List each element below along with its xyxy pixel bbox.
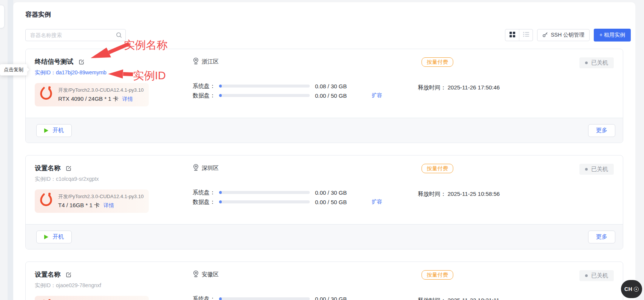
sidebar-collapsed-handle[interactable]: [0, 5, 5, 28]
instance-card: 设置名称 实例ID：ojaoe029-78engnxf: [25, 262, 623, 300]
image-spec: 开发/PyTorch2.3.0-CUDA12.4.1-py3.10 RTX 40…: [35, 83, 149, 106]
view-toggle: [505, 29, 533, 41]
status-badge: 已关机: [579, 270, 614, 281]
rent-instance-button[interactable]: + 租用实例: [594, 29, 631, 42]
data-disk-bar: [219, 94, 310, 97]
annotation-instance-name: 实例名称: [124, 38, 168, 53]
search-icon[interactable]: [116, 32, 122, 38]
gpu-spec: RTX 4090 / 24GB * 1 卡: [58, 95, 119, 103]
instance-id[interactable]: 实例ID：da17bj20-89wemymb: [35, 69, 193, 76]
system-disk-usage: 0.00 / 30 GB: [315, 296, 356, 300]
gpu-spec: T4 / 16GB * 1 卡: [58, 202, 100, 209]
status-badge: 已关机: [579, 164, 614, 175]
expand-disk-link[interactable]: 扩容: [372, 92, 382, 99]
more-button[interactable]: 更多: [588, 124, 615, 137]
edit-name-icon[interactable]: [79, 59, 85, 65]
system-disk-bar: [219, 297, 310, 300]
detail-link[interactable]: 详情: [122, 96, 133, 103]
sidebar-rail: [8, 0, 13, 300]
more-button[interactable]: 更多: [588, 231, 615, 243]
grid-view-button[interactable]: [505, 29, 519, 41]
page-title: 容器实例: [25, 10, 623, 19]
image-spec: 开发/PyTorch2.3.0-CUDA12.4.1-py3.10: [35, 296, 149, 300]
location-pin-icon: [193, 270, 199, 278]
billing-badge: 按量付费: [422, 164, 453, 173]
region: 深圳区: [202, 165, 219, 172]
system-disk-bar: [219, 85, 310, 88]
instance-id[interactable]: 实例ID：ojaoe029-78engnxf: [35, 282, 193, 289]
system-disk-bar: [219, 191, 310, 194]
pytorch-icon: [39, 298, 53, 300]
image-name: 开发/PyTorch2.3.0-CUDA12.4.1-py3.10: [58, 193, 144, 200]
main-panel: 容器实例: [13, 2, 635, 300]
chat-bubble-icon[interactable]: CH ♥: [621, 280, 642, 298]
key-icon: [542, 32, 548, 38]
location-pin-icon: [193, 57, 199, 66]
list-view-button[interactable]: [519, 29, 533, 41]
data-disk-usage: 0.00 / 50 GB: [315, 92, 356, 99]
expand-disk-link[interactable]: 扩容: [372, 198, 382, 205]
pytorch-icon: [39, 85, 53, 104]
image-name: 开发/PyTorch2.3.0-CUDA12.4.1-py3.10: [58, 87, 144, 94]
image-spec: 开发/PyTorch2.3.0-CUDA12.4.1-py3.10 T4 / 1…: [35, 189, 149, 213]
search-input[interactable]: [25, 29, 126, 41]
power-on-button[interactable]: 开机: [36, 231, 72, 243]
pytorch-icon: [39, 192, 53, 211]
release-time: 释放时间：2025-11-22 18:21:11: [418, 297, 614, 300]
region: 浙江区: [202, 58, 219, 65]
billing-badge: 按量付费: [422, 270, 453, 280]
grid-view-icon: [510, 32, 515, 39]
release-time: 释放时间：2025-11-26 17:50:46: [418, 84, 614, 91]
system-disk-usage: 0.00 / 30 GB: [315, 189, 356, 196]
instance-id[interactable]: 实例ID：c1olcqa9-sr2xgptx: [35, 176, 193, 182]
heart-icon: ♥: [634, 287, 639, 292]
instance-name: 设置名称: [35, 270, 60, 279]
play-icon: [44, 128, 48, 133]
instance-name: 终结信号测试: [35, 57, 73, 66]
status-badge: 已关机: [579, 57, 614, 68]
ssh-key-manage-button[interactable]: SSH 公钥管理: [537, 29, 590, 41]
power-on-button[interactable]: 开机: [36, 124, 72, 137]
data-disk-usage: 0.00 / 50 GB: [315, 199, 356, 205]
play-icon: [44, 235, 48, 239]
system-disk-usage: 0.08 / 30 GB: [315, 83, 356, 89]
billing-badge: 按量付费: [422, 57, 453, 67]
edit-name-icon[interactable]: [66, 165, 72, 171]
instance-card: 终结信号测试 实例ID：da17bj20-89wemymb: [25, 49, 623, 143]
instance-card: 设置名称 实例ID：c1olcqa9-sr2xgptx: [25, 155, 623, 249]
region: 安徽区: [202, 271, 219, 278]
header-row: SSH 公钥管理 + 租用实例: [25, 29, 623, 42]
header-controls: SSH 公钥管理 + 租用实例: [505, 29, 631, 42]
detail-link[interactable]: 详情: [103, 202, 114, 209]
status-dot-icon: [585, 168, 588, 171]
location-pin-icon: [193, 164, 199, 172]
status-dot-icon: [585, 62, 588, 64]
search-box: [25, 29, 126, 41]
data-disk-bar: [219, 200, 310, 203]
annotation-instance-id: 实例ID: [133, 68, 166, 83]
list-view-icon: [523, 32, 529, 38]
status-dot-icon: [585, 274, 588, 277]
release-time: 释放时间：2025-11-25 10:58:56: [418, 191, 614, 198]
copy-tooltip: 点击复制: [0, 64, 27, 75]
edit-name-icon[interactable]: [66, 272, 72, 278]
instance-name: 设置名称: [35, 164, 60, 172]
